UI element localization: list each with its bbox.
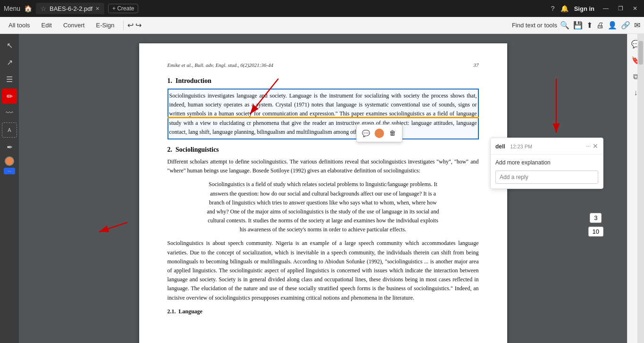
search-icon[interactable]: 🔍	[560, 21, 569, 30]
esign-menu[interactable]: E-Sign	[91, 20, 119, 31]
color-picker[interactable]	[5, 156, 14, 166]
more-tools[interactable]: ···	[4, 168, 15, 174]
download-page-button[interactable]: ⤓	[593, 278, 599, 286]
comment-body-text: Add more explanation	[491, 155, 603, 171]
highlighted-text-content: Sociolinguistics investigates language a…	[169, 92, 477, 135]
upload-icon[interactable]: ⬆	[586, 21, 593, 30]
section-1-text: Sociolinguistics investigates language a…	[167, 89, 479, 139]
para-3: Sociolinguistics is about speech communi…	[167, 239, 479, 302]
refresh-button[interactable]: ↺	[593, 265, 599, 274]
comment-actions: ··· ✕	[586, 142, 598, 150]
title-bar-left: Menu 🏠 ☆ BAES-6-2-2.pdf ✕ + Create	[4, 3, 547, 14]
menu-bar-right: Find text or tools 🔍 💾 ⬆ 🖨 👤 🔗 ✉	[512, 21, 640, 30]
marquee-tool[interactable]: ↗	[2, 55, 17, 70]
comment-close-button[interactable]: ✕	[593, 142, 598, 150]
pdf-page: Emike et al., Bull. adv. Engl. stud., 6(…	[139, 43, 507, 343]
comment-header: dell 12:23 PM ··· ✕	[491, 138, 603, 155]
star-icon[interactable]: ☆	[41, 5, 47, 12]
delete-annotation-button[interactable]: 🗑	[386, 127, 399, 140]
comment-more-button[interactable]: ···	[586, 143, 591, 149]
text-tool[interactable]: A	[2, 122, 17, 138]
find-bar: Find text or tools 🔍	[512, 21, 569, 30]
color-annotation-dot[interactable]	[375, 129, 384, 138]
page-controls: 3 10 ▲ ▼ ↺ ⤓ + −	[588, 213, 603, 316]
tab-title: BAES-6-2-2.pdf	[50, 5, 92, 12]
zoom-out-button[interactable]: −	[593, 305, 599, 316]
pdf-tab[interactable]: ☆ BAES-6-2-2.pdf ✕	[36, 3, 104, 14]
page-up-button[interactable]: ▲	[592, 240, 600, 249]
svg-line-5	[99, 222, 127, 232]
help-icon[interactable]: ?	[551, 5, 555, 12]
comment-reply-area	[495, 171, 598, 184]
comment-user-info: dell 12:23 PM	[495, 142, 532, 150]
para-2: Different scholars attempt to define soc…	[167, 157, 479, 175]
main-layout: ↖ ↗ ☰ ✏ 〰 A ✒ ···	[0, 34, 644, 343]
create-button[interactable]: + Create	[108, 4, 138, 13]
section-2-number: 2.	[167, 146, 173, 153]
content-area: Emike et al., Bull. adv. Engl. stud., 6(…	[19, 34, 627, 343]
total-pages-display: 10	[588, 227, 603, 237]
draw-tool[interactable]: 〰	[2, 106, 17, 121]
page-down-button[interactable]: ▼	[592, 253, 600, 261]
highlighted-paragraph: Sociolinguistics investigates language a…	[167, 89, 479, 139]
window-controls: — ❐ ✕	[600, 4, 640, 13]
comment-timestamp: 12:23 PM	[510, 144, 532, 149]
scrollbar-thumb[interactable]	[638, 41, 643, 65]
indented-quote: Sociolinguistics is a field of study whi…	[205, 180, 441, 234]
left-sidebar: ↖ ↗ ☰ ✏ 〰 A ✒ ···	[0, 34, 19, 343]
maximize-button[interactable]: ❐	[615, 4, 626, 13]
comment-annotation-button[interactable]: 💬	[360, 127, 373, 140]
zoom-in-button[interactable]: +	[593, 290, 599, 301]
comment-reply-input[interactable]	[495, 171, 598, 184]
close-button[interactable]: ✕	[630, 4, 640, 13]
link-icon[interactable]: 🔗	[621, 21, 630, 30]
section-21-name: Language	[179, 308, 203, 315]
yellow-highlight-line	[167, 117, 479, 118]
red-arrow-annotation-3	[94, 213, 132, 241]
convert-menu[interactable]: Convert	[59, 20, 90, 31]
home-icon[interactable]: 🏠	[24, 5, 32, 12]
page-number-display[interactable]: 3	[590, 213, 602, 223]
section-2-text: Different scholars attempt to define soc…	[167, 157, 479, 316]
email-icon[interactable]: ✉	[634, 21, 640, 30]
share-icon[interactable]: 👤	[608, 21, 617, 30]
all-tools-menu[interactable]: All tools	[4, 20, 35, 31]
comment-panel: dell 12:23 PM ··· ✕ Add more explanation	[490, 138, 603, 189]
title-bar-right: ? 🔔 Sign in — ❐ ✕	[551, 4, 640, 13]
vertical-scrollbar[interactable]	[637, 34, 644, 343]
annotation-toolbar: 💬 🗑	[356, 124, 402, 142]
highlight-tool[interactable]: ✏	[2, 89, 17, 104]
sign-in-button[interactable]: Sign in	[574, 5, 594, 12]
redo-button[interactable]: ↪	[135, 21, 142, 30]
menu-bar: All tools Edit Convert E-Sign ↩ ↪ Find t…	[0, 17, 644, 34]
section-2-title: 2. Sociolinguistics	[167, 146, 479, 154]
pdf-header: Emike et al., Bull. adv. Engl. stud., 6(…	[167, 62, 479, 70]
section-1-title: 1. Introduction	[167, 77, 479, 85]
comment-username: dell	[495, 143, 505, 150]
undo-button[interactable]: ↩	[127, 21, 134, 30]
section-1-name: Introduction	[176, 77, 211, 84]
minimize-button[interactable]: —	[600, 4, 611, 13]
select-tool[interactable]: ↖	[2, 38, 17, 53]
header-page-number: 37	[474, 62, 479, 68]
comment-tool[interactable]: ☰	[2, 72, 17, 87]
edit-menu[interactable]: Edit	[37, 20, 57, 31]
find-text-label: Find text or tools	[512, 22, 557, 29]
stamp-tool[interactable]: ✒	[2, 139, 17, 155]
bell-icon[interactable]: 🔔	[560, 5, 569, 12]
save-icon[interactable]: 💾	[573, 21, 583, 30]
menu-icon[interactable]: Menu	[4, 5, 20, 12]
section-1-number: 1.	[167, 77, 173, 84]
print-icon[interactable]: 🖨	[596, 21, 604, 30]
title-bar: Menu 🏠 ☆ BAES-6-2-2.pdf ✕ + Create ? 🔔 S…	[0, 0, 644, 17]
header-citation: Emike et al., Bull. adv. Engl. stud., 6(…	[167, 62, 274, 68]
tab-close-icon[interactable]: ✕	[95, 6, 100, 12]
section-21-title: 2.1. Language	[167, 307, 479, 316]
section-21-number: 2.1.	[167, 308, 176, 315]
create-label: + Create	[112, 5, 134, 12]
red-arrow-annotation-2	[528, 74, 585, 140]
section-2-name: Sociolinguistics	[176, 146, 219, 153]
undo-redo-group: ↩ ↪	[127, 21, 142, 30]
menu-divider	[123, 21, 124, 30]
